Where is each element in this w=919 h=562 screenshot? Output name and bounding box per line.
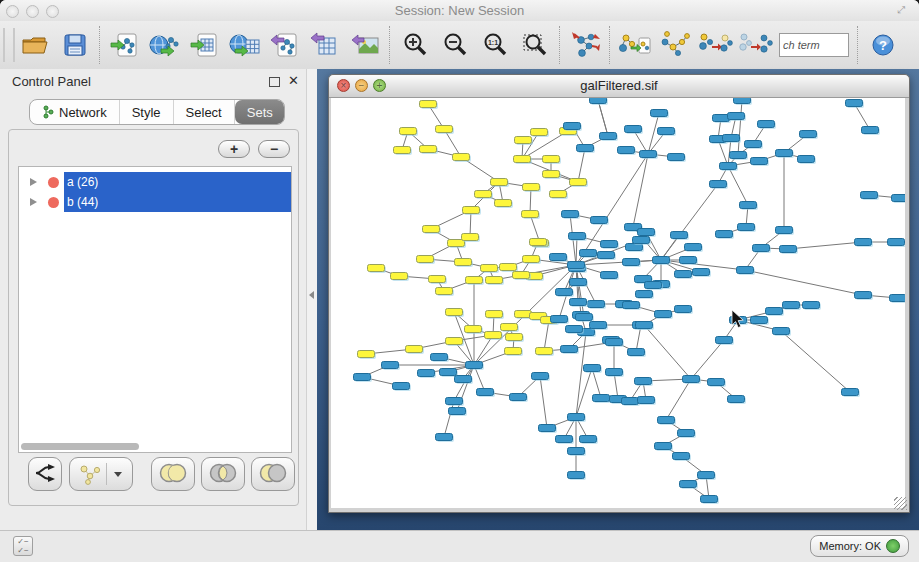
toolbar-separator xyxy=(389,26,391,64)
disclosure-triangle-icon[interactable] xyxy=(30,198,37,206)
open-session-button[interactable] xyxy=(15,25,55,65)
tab-sets-label: Sets xyxy=(247,105,273,120)
task-history-button[interactable]: ✓−✓− xyxy=(13,536,33,556)
float-panel-icon[interactable] xyxy=(269,77,280,87)
memory-status-button[interactable]: Memory: OK xyxy=(810,535,909,557)
zoom-fit-selected-button[interactable] xyxy=(515,25,555,65)
help-icon: ? xyxy=(871,33,895,57)
sets-list: a (26) b (44) xyxy=(18,166,292,453)
frame-resize-grip[interactable] xyxy=(894,497,907,510)
set-color-dot xyxy=(48,197,59,208)
toolbar-separator xyxy=(857,26,859,64)
tab-network[interactable]: Network xyxy=(30,100,120,124)
export-table-button[interactable] xyxy=(305,25,345,65)
control-panel: Control Panel ✕ Network Style Select Set… xyxy=(0,69,306,530)
tab-select[interactable]: Select xyxy=(174,100,235,124)
cytoscape-window: Session: New Session ⤢ xyxy=(0,0,919,562)
create-set-from-network-button[interactable] xyxy=(69,457,133,491)
toolbar-separator xyxy=(99,26,101,64)
network-frame[interactable]: × − + galFiltered.sif xyxy=(328,74,910,513)
intersect-sets-button[interactable] xyxy=(201,457,245,491)
open-folder-icon xyxy=(21,34,49,56)
tab-select-label: Select xyxy=(186,105,222,120)
remove-set-button[interactable]: − xyxy=(258,140,290,158)
toolbar-separator xyxy=(559,26,561,64)
network-frame-titlebar[interactable]: × − + galFiltered.sif xyxy=(329,75,909,98)
fullscreen-icon[interactable]: ⤢ xyxy=(897,4,911,16)
set-row-b[interactable]: b (44) xyxy=(19,192,291,212)
save-session-button[interactable] xyxy=(55,25,95,65)
collapse-panel-icon[interactable] xyxy=(309,291,314,299)
close-panel-icon[interactable]: ✕ xyxy=(288,73,299,88)
network-desktop: × − + galFiltered.sif xyxy=(317,69,919,530)
set-color-dot xyxy=(48,177,59,188)
status-bar: ✓−✓− Memory: OK xyxy=(0,530,919,562)
export-image-button[interactable] xyxy=(345,25,385,65)
import-table-database-button[interactable] xyxy=(225,25,265,65)
svg-text:1:1: 1:1 xyxy=(488,39,498,46)
toolbar-separator xyxy=(609,26,611,64)
horizontal-scrollbar[interactable] xyxy=(21,443,289,450)
memory-ok-icon xyxy=(886,539,900,553)
zoom-in-button[interactable] xyxy=(395,25,435,65)
venn-union-icon xyxy=(156,462,190,484)
control-panel-tabs: Network Style Select Sets xyxy=(29,99,285,125)
control-panel-header: Control Panel ✕ xyxy=(0,69,306,95)
venn-difference-icon xyxy=(256,462,290,484)
scrollbar-thumb[interactable] xyxy=(21,443,139,450)
network-graph[interactable] xyxy=(331,98,905,508)
new-network-from-selection-button[interactable] xyxy=(615,25,655,65)
help-button[interactable]: ? xyxy=(863,25,903,65)
tab-sets[interactable]: Sets xyxy=(235,100,285,124)
split-arrows-icon xyxy=(34,463,56,483)
show-all-button[interactable] xyxy=(735,25,775,65)
control-panel-title: Control Panel xyxy=(12,74,91,89)
tab-style-label: Style xyxy=(132,105,161,120)
sets-toolbar xyxy=(9,457,298,497)
toolbar-grip[interactable] xyxy=(3,28,15,62)
search-input[interactable] xyxy=(779,33,849,57)
network-canvas[interactable] xyxy=(331,98,905,508)
set-row-a[interactable]: a (26) xyxy=(19,172,291,192)
svg-text:?: ? xyxy=(879,38,887,53)
difference-sets-button[interactable] xyxy=(251,457,295,491)
memory-status-label: Memory: OK xyxy=(819,540,881,552)
apply-preferred-layout-button[interactable] xyxy=(565,25,605,65)
split-sets-button[interactable] xyxy=(28,457,62,491)
tab-style[interactable]: Style xyxy=(120,100,174,124)
set-label: a (26) xyxy=(67,175,98,189)
import-network-database-button[interactable] xyxy=(145,25,185,65)
zoom-out-button[interactable] xyxy=(435,25,475,65)
union-sets-button[interactable] xyxy=(151,457,195,491)
network-tab-icon xyxy=(42,105,54,119)
network-frame-title: galFiltered.sif xyxy=(329,78,909,93)
sets-panel: + − a (26) b (44) xyxy=(8,129,299,506)
hide-selected-button[interactable] xyxy=(695,25,735,65)
split-button-divider xyxy=(106,463,107,485)
disclosure-triangle-icon[interactable] xyxy=(30,178,37,186)
import-table-file-button[interactable] xyxy=(185,25,225,65)
import-network-file-button[interactable] xyxy=(105,25,145,65)
export-network-button[interactable] xyxy=(265,25,305,65)
main-toolbar: 1:1 xyxy=(0,21,919,70)
zoom-actual-size-button[interactable]: 1:1 xyxy=(475,25,515,65)
faded-network-icon xyxy=(76,463,102,485)
tab-network-label: Network xyxy=(59,105,107,120)
set-label: b (44) xyxy=(67,195,98,209)
select-first-neighbors-button[interactable] xyxy=(655,25,695,65)
window-title: Session: New Session xyxy=(0,3,919,18)
window-titlebar: Session: New Session ⤢ xyxy=(0,0,919,22)
dropdown-caret-icon[interactable] xyxy=(114,472,122,477)
add-set-button[interactable]: + xyxy=(218,140,250,158)
save-floppy-icon xyxy=(63,33,87,57)
venn-intersection-icon xyxy=(206,462,240,484)
